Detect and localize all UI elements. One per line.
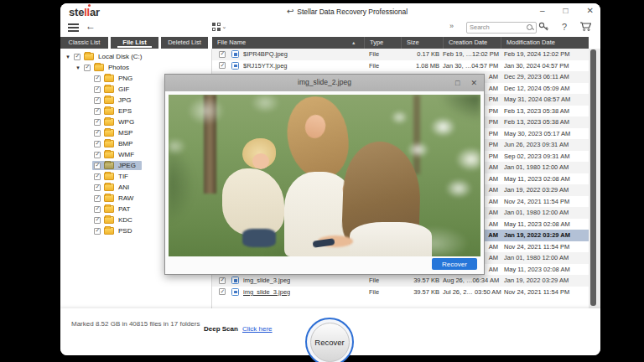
view-switcher-button[interactable]: ⌄ (212, 23, 226, 31)
folder-icon (104, 118, 114, 126)
checkbox-checked-icon[interactable] (94, 108, 101, 115)
table-row[interactable]: img_slide_3.jpegFile39.57 KBAug 26, …06:… (212, 275, 589, 287)
row-checkbox-checked-icon[interactable] (219, 277, 226, 284)
type-cell: File (369, 50, 379, 58)
checkbox-checked-icon[interactable] (74, 54, 80, 60)
table-row[interactable]: $IPR4BPQ.jpegFile0.17 KBFeb 19, …12:02 P… (212, 49, 589, 60)
title-bar: stellar ↩Stellar Data Recovery Professio… (60, 3, 600, 18)
tab-file-list[interactable]: File List (111, 37, 158, 49)
modification-date-cell: Feb 13, 2023 05:38 AM (504, 107, 569, 115)
modification-date-cell: Feb 19, 2024 12:02 PM (504, 50, 569, 58)
checkbox-checked-icon[interactable] (94, 195, 101, 202)
tree-item-photos[interactable]: ▾Photos (60, 62, 211, 73)
checkbox-checked-icon[interactable] (94, 75, 101, 82)
column-header-type[interactable]: Type (364, 37, 401, 49)
preview-maximize-button[interactable]: □ (455, 77, 460, 89)
search-input[interactable] (470, 23, 523, 33)
column-header-creation-date[interactable]: Creation Date (443, 37, 501, 49)
tree-item-local-disk-c-[interactable]: ▾Local Disk (C:) (60, 51, 211, 62)
activation-key-icon[interactable] (538, 21, 549, 32)
checkbox-checked-icon[interactable] (94, 228, 101, 235)
checkbox-checked-icon[interactable] (94, 206, 101, 213)
recover-button-label: Recover (310, 323, 350, 362)
checkbox-checked-icon[interactable] (94, 119, 101, 126)
tree-item-inner: JPEG (92, 161, 142, 170)
maximize-button[interactable]: □ (564, 5, 569, 17)
search-icon[interactable] (527, 24, 533, 31)
deep-scan-label: Deep Scan (204, 325, 238, 333)
preview-close-button[interactable]: ✕ (470, 77, 477, 89)
modification-date-cell: May 31, 2024 08:57 AM (504, 96, 570, 103)
checkbox-checked-icon[interactable] (94, 163, 101, 169)
checkbox-checked-icon[interactable] (94, 184, 101, 191)
checkbox-checked-icon[interactable] (94, 173, 101, 180)
checkbox-checked-icon[interactable] (84, 65, 91, 71)
file-name-cell: $IPR4BPQ.jpeg (243, 50, 288, 58)
tree-item-inner: BMP (92, 139, 138, 148)
close-button[interactable]: ✕ (587, 5, 594, 17)
tree-item-label: PNG (118, 75, 132, 82)
toolbar: ← ⌄ » ? (60, 18, 600, 37)
column-header-file-name[interactable]: File Name (212, 37, 364, 49)
recover-button[interactable]: Recover (305, 318, 354, 362)
checkbox-checked-icon[interactable] (94, 141, 101, 147)
folder-icon (104, 151, 114, 158)
window-title-text: Stellar Data Recovery Professional (297, 8, 408, 16)
preview-title-bar[interactable]: img_slide_2.jpeg □ ✕ (165, 75, 484, 91)
table-row[interactable]: $RJ15YTX.jpegFile1.08 MBJan 30, …04:57 P… (212, 60, 589, 72)
modification-date-cell: May 11, 2023 02:08 AM (504, 175, 570, 183)
deep-scan-link[interactable]: Click here (242, 325, 273, 333)
expand-arrow-icon[interactable]: ▾ (64, 54, 72, 60)
menu-icon[interactable] (68, 23, 79, 34)
checkbox-checked-icon[interactable] (94, 97, 101, 104)
vertical-scrollbar[interactable] (589, 49, 600, 308)
checkbox-checked-icon[interactable] (94, 86, 101, 93)
row-checkbox-checked-icon[interactable] (219, 51, 226, 58)
modification-date-cell: Feb 13, 2023 05:38 AM (504, 118, 569, 126)
tree-item-inner: PSD (92, 226, 138, 235)
photo-toddler-jeans (242, 229, 276, 247)
help-icon[interactable]: ? (562, 22, 567, 32)
preview-window: img_slide_2.jpeg □ ✕ Recover (164, 74, 485, 275)
creation-date-cell: Aug 26, …06:34 AM (443, 277, 498, 284)
tree-item-inner: ANI (92, 183, 135, 192)
tree-item-inner: KDC (92, 215, 138, 225)
checkbox-checked-icon[interactable] (94, 152, 101, 158)
row-checkbox-checked-icon[interactable] (219, 62, 226, 69)
expand-arrow-icon[interactable]: ▾ (74, 65, 82, 71)
tab-classic-list[interactable]: Classic List (60, 37, 108, 49)
image-file-icon (231, 288, 239, 296)
preview-recover-button[interactable]: Recover (432, 258, 477, 270)
modification-date-cell: Jun 26, 2023 09:31 AM (504, 141, 569, 148)
stellar-logo: stellar (69, 6, 100, 18)
column-header-size[interactable]: Size (401, 37, 443, 49)
sort-ascending-icon[interactable]: ▲ (351, 37, 356, 49)
folder-icon (104, 85, 114, 93)
folder-icon (104, 227, 114, 235)
checkbox-checked-icon[interactable] (94, 217, 101, 224)
tree-item-label: PAT (118, 205, 130, 213)
checkbox-checked-icon[interactable] (94, 130, 101, 137)
logo-text: ste (69, 6, 84, 18)
scrollbar-thumb[interactable] (590, 49, 596, 306)
folder-icon (104, 107, 114, 115)
cart-icon[interactable] (579, 21, 592, 32)
row-checkbox-checked-icon[interactable] (219, 288, 226, 295)
tree-item-inner: WPG (92, 117, 140, 127)
window-title: ↩Stellar Data Recovery Professional (228, 7, 466, 16)
folder-icon (84, 53, 94, 60)
minimize-button[interactable]: – (540, 5, 545, 17)
table-row[interactable]: img_slide_3.jpegFile39.57 KBJul 26, 2… 0… (212, 287, 589, 298)
modification-date-cell: Jan 01, 1980 12:00 AM (504, 254, 569, 261)
tree-item-inner: JPG (92, 96, 138, 105)
back-icon[interactable]: ← (86, 20, 96, 32)
preview-image (169, 95, 480, 256)
overflow-chevrons-icon[interactable]: » (449, 22, 454, 30)
size-cell: 0.17 KB (392, 50, 439, 58)
tree-item-label: EPS (118, 107, 132, 115)
tab-deleted-list[interactable]: Deleted List (161, 37, 208, 49)
tree-item-label: ANI (118, 184, 129, 191)
modification-date-cell: Jan 19, 2022 03:29 AM (504, 186, 569, 194)
column-header-modification-date[interactable]: Modification Date (501, 37, 589, 49)
tree-item-label: RAW (118, 194, 133, 202)
